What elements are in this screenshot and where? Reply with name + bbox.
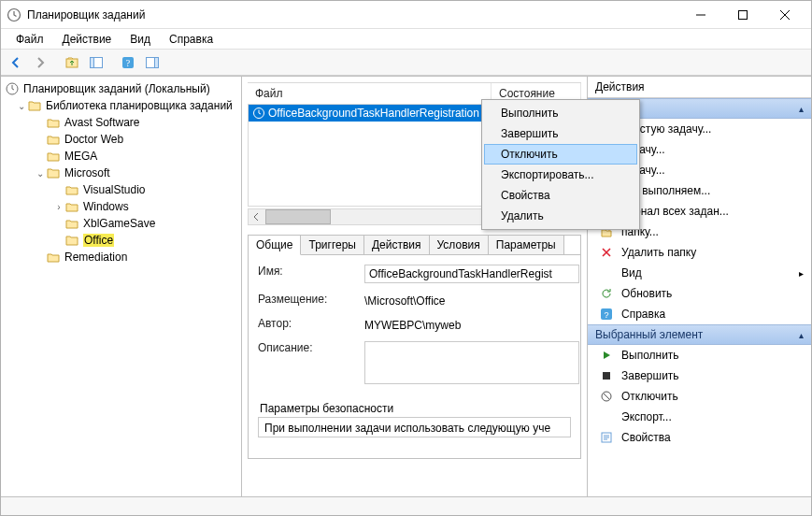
chevron-up-icon: ▴ xyxy=(799,104,804,114)
folder-open-icon xyxy=(64,233,79,248)
folder-icon xyxy=(64,199,79,214)
context-properties[interactable]: Свойства xyxy=(484,185,637,206)
action-label: Экспорт... xyxy=(621,410,672,423)
run-as-text: При выполнении задачи использовать следу… xyxy=(258,417,571,437)
task-name: OfficeBackgroundTaskHandlerRegistration xyxy=(268,107,479,120)
tree-label: Windows xyxy=(83,200,129,213)
tree-item-xblgamesave[interactable]: XblGameSave xyxy=(3,215,239,232)
svg-rect-1 xyxy=(738,10,747,19)
action-properties[interactable]: Свойства xyxy=(588,427,811,448)
context-end[interactable]: Завершить xyxy=(484,123,637,144)
context-menu: Выполнить Завершить Отключить Экспортиро… xyxy=(481,99,640,230)
center-pane: Файл Состояние OfficeBackgroundTaskHandl… xyxy=(242,77,588,496)
description-field[interactable] xyxy=(364,341,579,384)
context-run[interactable]: Выполнить xyxy=(484,103,637,123)
tree-library[interactable]: ⌄ Библиотека планировщика заданий xyxy=(3,97,239,114)
main-area: Планировщик заданий (Локальный) ⌄ Библио… xyxy=(1,76,811,496)
clock-icon xyxy=(252,107,265,120)
tree-item-office[interactable]: Office xyxy=(3,232,239,249)
name-label: Имя: xyxy=(258,265,361,283)
actions-section-selected[interactable]: Выбранный элемент ▴ xyxy=(588,324,811,345)
disable-icon xyxy=(599,389,614,404)
forward-button[interactable] xyxy=(29,52,51,73)
show-actions-button[interactable] xyxy=(141,52,164,73)
tree-label: XblGameSave xyxy=(83,217,155,230)
svg-rect-8 xyxy=(155,57,159,67)
stop-icon xyxy=(599,368,614,383)
action-delete-folder[interactable]: Удалить папку xyxy=(588,242,811,263)
action-refresh[interactable]: Обновить xyxy=(588,283,811,304)
tab-params[interactable]: Параметры xyxy=(489,236,564,254)
chevron-down-icon[interactable]: ⌄ xyxy=(35,168,46,179)
actions-title: Действия xyxy=(588,77,811,98)
section-label: Выбранный элемент xyxy=(595,328,799,341)
column-file[interactable]: Файл xyxy=(248,83,491,104)
back-button[interactable] xyxy=(5,52,27,73)
tab-actions[interactable]: Действия xyxy=(364,236,430,254)
chevron-right-icon[interactable]: › xyxy=(53,202,64,212)
chevron-up-icon: ▴ xyxy=(799,330,804,340)
author-label: Автор: xyxy=(258,317,361,332)
tree-item-mega[interactable]: MEGA xyxy=(3,148,239,165)
tree-label: Планировщик заданий (Локальный) xyxy=(23,82,210,95)
author-value: MYWEBPC\myweb xyxy=(364,317,579,332)
context-delete[interactable]: Удалить xyxy=(484,206,637,226)
action-view[interactable]: Вид ▸ xyxy=(588,263,811,283)
tree-item-doctorweb[interactable]: Doctor Web xyxy=(3,131,239,148)
folder-icon xyxy=(46,132,61,147)
tab-conditions[interactable]: Условия xyxy=(430,236,489,254)
tree-label: Doctor Web xyxy=(64,133,123,146)
chevron-down-icon[interactable]: ⌄ xyxy=(16,101,27,111)
tab-triggers[interactable]: Триггеры xyxy=(301,236,364,254)
action-disable[interactable]: Отключить xyxy=(588,386,811,407)
action-label: Обновить xyxy=(621,287,672,300)
task-details: Общие Триггеры Действия Условия Параметр… xyxy=(248,235,581,459)
menu-file[interactable]: Файл xyxy=(7,31,53,48)
action-label: Отключить xyxy=(621,390,678,403)
tree-item-visualstudio[interactable]: VisualStudio xyxy=(3,181,239,198)
tree-label: MEGA xyxy=(64,150,97,163)
action-export[interactable]: Экспорт... xyxy=(588,407,811,427)
action-end[interactable]: Завершить xyxy=(588,366,811,386)
folder-icon xyxy=(46,115,61,130)
tree-root[interactable]: Планировщик заданий (Локальный) xyxy=(3,80,239,97)
menu-action[interactable]: Действие xyxy=(53,31,121,48)
tree-label: VisualStudio xyxy=(83,183,146,196)
menu-help[interactable]: Справка xyxy=(160,31,222,48)
up-button[interactable] xyxy=(61,52,83,73)
scrollbar-thumb[interactable] xyxy=(265,209,331,224)
context-export[interactable]: Экспортировать... xyxy=(484,165,637,185)
toolbar: ? xyxy=(1,50,811,76)
tree-item-remediation[interactable]: Remediation xyxy=(3,249,239,265)
help-button[interactable]: ? xyxy=(117,52,139,73)
context-disable[interactable]: Отключить xyxy=(484,144,637,165)
refresh-icon xyxy=(599,286,614,301)
svg-text:?: ? xyxy=(604,310,608,320)
tab-general[interactable]: Общие xyxy=(249,236,301,255)
play-icon xyxy=(599,348,614,363)
app-icon xyxy=(7,7,21,22)
action-label: Выполнить xyxy=(621,349,679,362)
action-label: Свойства xyxy=(621,431,671,444)
action-run[interactable]: Выполнить xyxy=(588,345,811,366)
name-field[interactable] xyxy=(364,265,579,283)
action-help[interactable]: ? Справка xyxy=(588,304,811,324)
tree-label: Remediation xyxy=(64,251,127,264)
action-label: Вид xyxy=(621,266,642,280)
tree-pane[interactable]: Планировщик заданий (Локальный) ⌄ Библио… xyxy=(1,77,242,496)
action-label: Завершить xyxy=(621,369,679,382)
tree-item-avast[interactable]: Avast Software xyxy=(3,114,239,131)
delete-icon xyxy=(599,245,614,260)
security-section-label: Параметры безопасности xyxy=(249,396,580,417)
action-label: Удалить папку xyxy=(621,246,696,259)
minimize-button[interactable] xyxy=(679,2,721,28)
clock-icon xyxy=(5,81,20,96)
close-button[interactable] xyxy=(763,2,805,28)
menu-view[interactable]: Вид xyxy=(121,31,160,48)
tree-item-microsoft[interactable]: ⌄ Microsoft xyxy=(3,165,239,181)
show-hide-tree-button[interactable] xyxy=(85,52,107,73)
folder-icon xyxy=(64,216,79,231)
location-label: Размещение: xyxy=(258,293,361,308)
tree-item-windows[interactable]: › Windows xyxy=(3,198,239,215)
maximize-button[interactable] xyxy=(721,2,763,28)
